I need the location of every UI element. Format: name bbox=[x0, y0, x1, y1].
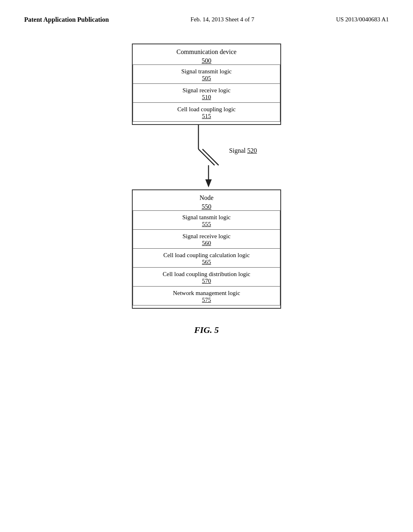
signal-receive-logic-number-top: 510 bbox=[136, 94, 277, 101]
node-box: Node 550 Signal tansmit logic 555 Signal… bbox=[132, 189, 281, 309]
cell-load-coupling-calculation-number: 565 bbox=[136, 259, 277, 266]
signal-receive-logic-number-bottom: 560 bbox=[136, 240, 277, 247]
header-patent-number: US 2013/0040683 A1 bbox=[336, 16, 389, 23]
cell-load-coupling-distribution-box: Cell load coupling distribution logic 57… bbox=[133, 268, 280, 287]
header-publication-label: Patent Application Publication bbox=[24, 16, 109, 23]
cell-load-coupling-distribution-number: 570 bbox=[136, 278, 277, 285]
svg-line-1 bbox=[198, 149, 215, 165]
signal-receive-logic-box-bottom: Signal receive logic 560 bbox=[133, 230, 280, 249]
page-header: Patent Application Publication Feb. 14, … bbox=[24, 16, 389, 23]
header-date-sheet: Feb. 14, 2013 Sheet 4 of 7 bbox=[190, 16, 254, 23]
signal-number: 520 bbox=[247, 147, 257, 154]
signal-tansmit-logic-box: Signal tansmit logic 555 bbox=[133, 210, 280, 230]
cell-load-coupling-logic-number: 515 bbox=[136, 113, 277, 120]
communication-device-number: 500 bbox=[133, 57, 280, 64]
figure-label: FIG. 5 bbox=[24, 325, 389, 335]
arrow-section: Signal 520 bbox=[132, 125, 281, 189]
cell-load-coupling-logic-label: Cell load coupling logic bbox=[136, 106, 277, 113]
signal-receive-logic-box-top: Signal receive logic 510 bbox=[133, 84, 280, 103]
signal-label: Signal 520 bbox=[229, 147, 257, 154]
signal-receive-logic-label-bottom: Signal receive logic bbox=[136, 233, 277, 240]
signal-transmit-logic-label: Signal transmit logic bbox=[136, 68, 277, 75]
svg-marker-4 bbox=[205, 179, 212, 187]
signal-arrow bbox=[182, 125, 231, 189]
network-management-logic-number: 575 bbox=[136, 297, 277, 303]
communication-device-title: Communication device bbox=[133, 48, 280, 57]
network-management-logic-box: Network management logic 575 bbox=[133, 287, 280, 305]
cell-load-coupling-distribution-label: Cell load coupling distribution logic bbox=[136, 271, 277, 278]
signal-tansmit-logic-number: 555 bbox=[136, 221, 277, 228]
node-number: 550 bbox=[133, 203, 280, 210]
diagram-container: Communication device 500 Signal transmit… bbox=[86, 44, 327, 309]
cell-load-coupling-calculation-label: Cell load coupling calculation logic bbox=[136, 252, 277, 259]
signal-tansmit-logic-label: Signal tansmit logic bbox=[136, 214, 277, 221]
signal-transmit-logic-box: Signal transmit logic 505 bbox=[133, 64, 280, 84]
cell-load-coupling-calculation-box: Cell load coupling calculation logic 565 bbox=[133, 249, 280, 268]
signal-transmit-logic-number: 505 bbox=[136, 75, 277, 82]
communication-device-box: Communication device 500 Signal transmit… bbox=[132, 44, 281, 125]
cell-load-coupling-logic-box: Cell load coupling logic 515 bbox=[133, 103, 280, 122]
signal-receive-logic-label-top: Signal receive logic bbox=[136, 87, 277, 94]
svg-line-2 bbox=[202, 149, 219, 165]
node-title: Node bbox=[133, 194, 280, 203]
network-management-logic-label: Network management logic bbox=[136, 290, 277, 297]
page: Patent Application Publication Feb. 14, … bbox=[0, 0, 413, 532]
